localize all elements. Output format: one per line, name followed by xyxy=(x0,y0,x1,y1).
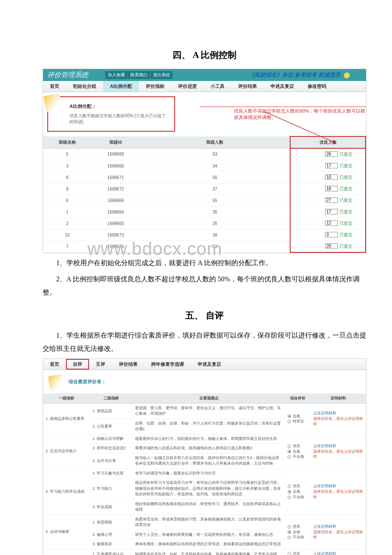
radio-b[interactable] xyxy=(288,450,291,453)
submitted-link[interactable]: 已提交 xyxy=(340,209,352,214)
cell: 已提交 xyxy=(290,183,366,195)
column-header: 班级人数 xyxy=(140,136,290,148)
radio-b[interactable] xyxy=(288,530,291,534)
upload-material-link[interactable]: 上传证明材料 xyxy=(313,524,363,529)
table-row: 10169967338已提交 xyxy=(43,229,366,241)
table-row: 1. 道德品质和公民素养1. 道德品质爱祖国、爱人民、爱劳动、爱科学、爱社会主义… xyxy=(43,403,366,419)
table-row: 6169966955已提交 xyxy=(43,195,366,206)
column-header: 证明材料 xyxy=(311,393,366,404)
submitted-link[interactable]: 已提交 xyxy=(340,198,352,202)
radio-d[interactable] xyxy=(288,455,291,459)
radio-label: 优良 xyxy=(292,524,300,529)
cell: 35 xyxy=(140,218,290,229)
cell: 已提交 xyxy=(290,241,366,253)
nav-item[interactable]: 评价结果 xyxy=(231,81,264,92)
cell: 5 xyxy=(43,148,92,160)
sub-indicator-cell: 1. 学习兴趣与态度 xyxy=(90,468,133,478)
sub-indicator-cell: 3. 合作与分享 xyxy=(90,453,133,468)
radio-d[interactable] xyxy=(288,496,291,499)
description-cell: 身体有感觉；身体机能和运动系统处理的正常情况；身体素质达到国家规定的正常情况 xyxy=(133,540,285,549)
excellent-count-input[interactable] xyxy=(325,209,338,214)
cell: 1699666 xyxy=(92,160,140,172)
header-link[interactable]: 联系我们 xyxy=(128,71,150,79)
nav-item[interactable]: 小工具 xyxy=(204,81,231,92)
nav-item[interactable]: 评价指标 xyxy=(139,81,171,92)
material-cell: 上传证明材料选择优良前，请先上传证明材料 xyxy=(311,549,366,555)
section4-para1: 1、学校用户在初始化分组完成之后，就要进行 A 比例控制的分配工作。 xyxy=(43,257,366,269)
excellent-count-input[interactable] xyxy=(325,232,338,237)
nav-item[interactable]: 申述及复议 xyxy=(264,81,301,92)
submitted-link[interactable]: 已提交 xyxy=(340,163,352,168)
column-header: 班级id xyxy=(92,136,140,148)
table-row: 4. 运动与健康1. 体育锻炼热爱体育运动，养成体育锻炼的习惯，具备锻炼健身的能… xyxy=(43,515,366,530)
radio-label: 不合格 xyxy=(292,454,304,459)
class-table: 班级名称班级id班级人数优良人数 5169966853已提交3169966634… xyxy=(43,136,366,253)
upload-material-link[interactable]: 上传证明材料 xyxy=(313,483,363,489)
nav-item[interactable]: A比例分配 xyxy=(103,81,139,92)
radio-label: 合格 xyxy=(292,414,300,418)
radio-b[interactable] xyxy=(288,490,291,494)
cell: 1699664 xyxy=(92,206,140,218)
excellent-count-input[interactable] xyxy=(325,151,338,157)
header-link[interactable]: 加入收藏 xyxy=(105,71,128,79)
card-corner-icon xyxy=(48,374,64,390)
cell: 已提交 xyxy=(290,172,366,183)
self-eval-nav: 首页自评互评评价结果跨年修复学选课申述及复议 xyxy=(43,359,366,370)
cell: 已提交 xyxy=(290,160,366,172)
submitted-link[interactable]: 已提交 xyxy=(340,232,352,237)
radio-a[interactable] xyxy=(288,485,291,488)
cell: 53 xyxy=(140,241,290,253)
nav-item[interactable]: 评价结果 xyxy=(112,359,144,370)
radio-a[interactable] xyxy=(288,525,291,529)
nav-item[interactable]: 自评 xyxy=(66,359,89,370)
radio-b[interactable] xyxy=(288,414,291,418)
nav-item[interactable]: 首页 xyxy=(43,359,66,370)
radio-label: 优良 xyxy=(292,552,300,555)
cell: 1699673 xyxy=(92,229,140,241)
cell: 已提交 xyxy=(290,218,366,229)
radio-c[interactable] xyxy=(288,420,291,423)
submitted-link[interactable]: 已提交 xyxy=(340,175,352,179)
upload-material-link[interactable]: 上传证明材料 xyxy=(313,551,363,555)
radio-label: 优良 xyxy=(292,484,300,488)
excellent-count-input[interactable] xyxy=(325,243,338,249)
radio-d[interactable] xyxy=(288,536,291,539)
nav-item[interactable]: 互评 xyxy=(89,359,112,370)
description-cell: 讲究个人卫生；有健康的审美情趣；有一定战胜挫折的能力；有乐观、健康的心态 xyxy=(133,530,285,540)
nav-item[interactable]: 修改密码 xyxy=(301,81,333,92)
excellent-count-input[interactable] xyxy=(325,220,338,226)
nav-item[interactable]: 初始化分组 xyxy=(66,81,103,92)
submitted-link[interactable]: 已提交 xyxy=(340,186,352,191)
info-card: A比例分配： 优良人数不能超过学校人数的50% [只显示已分组了的班级] xyxy=(47,96,175,132)
submitted-link[interactable]: 已提交 xyxy=(340,221,352,225)
excellent-count-input[interactable] xyxy=(325,163,338,168)
nav-item[interactable]: 申述及复议 xyxy=(191,359,228,370)
rating-cell: 合格 待评定 xyxy=(285,403,311,434)
description-cell: 有学习的愿望与兴趣，能逐步认识到学习与生活 xyxy=(133,468,285,478)
excellent-count-input[interactable] xyxy=(325,197,338,203)
sub-indicator-cell: 3. 学业成就 xyxy=(90,499,133,515)
upload-material-link[interactable]: 上传证明材料 xyxy=(313,443,363,449)
excellent-count-input[interactable] xyxy=(325,174,338,180)
radio-a[interactable] xyxy=(288,445,291,448)
nav-item[interactable]: 跨年修复学选课 xyxy=(144,359,191,370)
radio-a[interactable] xyxy=(288,552,291,555)
screenshot-ratio-control: 评价管理系统 加入收藏联系我们退出系统 《高校招生》杂志 备考报考 权威指导 首… xyxy=(43,69,366,253)
cell: 1699672 xyxy=(92,183,140,195)
eval-table-title: 综合素质评价表： xyxy=(69,379,357,385)
submitted-link[interactable]: 已提交 xyxy=(340,244,352,249)
nav-item[interactable]: 首页 xyxy=(43,81,66,92)
nav-item[interactable]: 评价进度 xyxy=(171,81,204,92)
table-row: 3169966634已提交 xyxy=(43,160,366,172)
header-link[interactable]: 退出系统 xyxy=(150,71,173,79)
description-cell: 尊重并倾听他人的观点和处境，能准确地向他人表明自己观点和意图2 xyxy=(133,444,285,454)
cell: 已提交 xyxy=(290,206,366,218)
rating-cell: 优良 合格 不合格 xyxy=(285,468,311,515)
upload-material-link[interactable]: 上传证明材料 xyxy=(313,410,363,416)
submitted-link[interactable]: 已提交 xyxy=(340,152,352,156)
sun-icon xyxy=(340,72,353,78)
rating-cell: 优良 合格 不合格 xyxy=(285,515,311,549)
cell: 7 xyxy=(43,241,92,253)
excellent-count-input[interactable] xyxy=(325,186,338,191)
description-cell: 能客观评价自己的行为，找到差距的行为；能融入集体，和周围同学建立良好的关系 xyxy=(133,434,285,444)
